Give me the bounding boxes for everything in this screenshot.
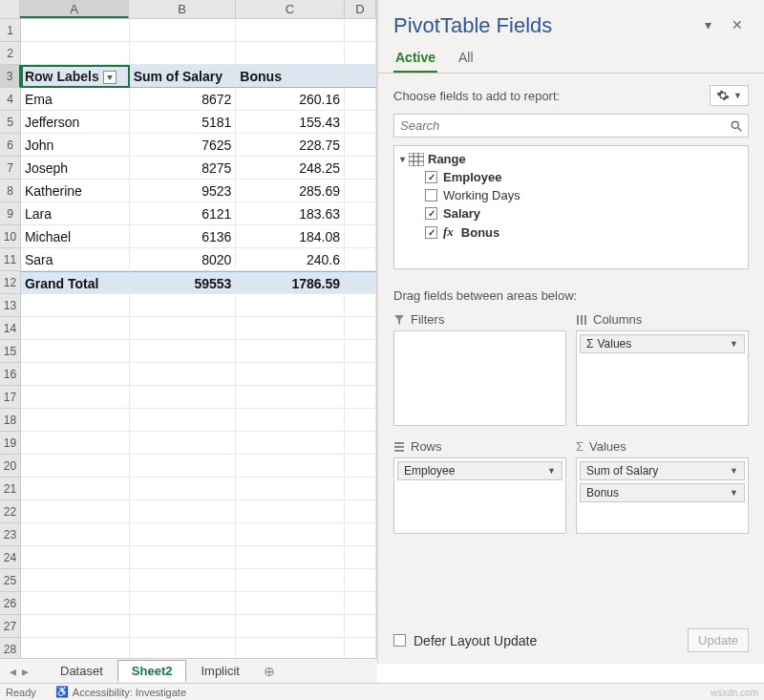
row-header[interactable]: 8 xyxy=(0,180,21,202)
row-header[interactable]: 9 xyxy=(0,202,21,225)
area-values[interactable]: Sum of Salary▼ Bonus▼ xyxy=(576,457,749,534)
accessibility-icon[interactable]: ♿ xyxy=(55,686,69,698)
col-header-A[interactable]: A xyxy=(20,0,129,18)
tab-nav[interactable]: ◂ ▸ xyxy=(10,664,29,679)
sheet-tab-dataset[interactable]: Dataset xyxy=(46,660,117,682)
tools-button[interactable]: ▼ xyxy=(710,85,749,106)
close-icon[interactable]: ✕ xyxy=(732,17,749,34)
chevron-down-icon[interactable]: ▼ xyxy=(730,466,738,476)
table-cell[interactable]: Michael xyxy=(21,225,130,248)
row-header[interactable]: 21 xyxy=(0,477,21,500)
search-input[interactable] xyxy=(394,115,725,137)
row-header[interactable]: 10 xyxy=(0,225,21,248)
table-cell[interactable]: 184.08 xyxy=(236,225,345,248)
row-header[interactable]: 5 xyxy=(0,111,21,134)
row-header[interactable]: 15 xyxy=(0,340,21,363)
tab-active[interactable]: Active xyxy=(393,46,437,73)
area-columns[interactable]: ΣValues▼ xyxy=(576,330,749,426)
panel-menu-icon[interactable]: ▾ xyxy=(705,17,722,34)
table-cell[interactable]: Lara xyxy=(21,202,130,225)
area-rows[interactable]: Employee▼ xyxy=(393,457,566,534)
row-header[interactable]: 27 xyxy=(0,615,21,638)
table-cell[interactable]: 6121 xyxy=(130,202,237,225)
col-header-C[interactable]: C xyxy=(236,0,345,18)
row-header[interactable]: 25 xyxy=(0,569,21,592)
row-header[interactable]: 7 xyxy=(0,157,21,180)
checkbox-icon[interactable] xyxy=(425,189,437,202)
table-cell[interactable]: 9523 xyxy=(130,180,237,202)
pivot-rowlabels-header[interactable]: Row Labels xyxy=(21,65,130,88)
row-header[interactable]: 17 xyxy=(0,386,21,409)
table-cell[interactable]: Joseph xyxy=(21,157,130,180)
field-workingdays[interactable]: Working Days xyxy=(396,186,746,204)
table-cell[interactable]: 8672 xyxy=(130,88,237,111)
row-header[interactable]: 16 xyxy=(0,363,21,386)
table-cell[interactable]: Sara xyxy=(21,248,130,271)
row-header[interactable]: 4 xyxy=(0,88,21,111)
collapse-icon[interactable]: ▾ xyxy=(400,154,405,164)
row-header[interactable]: 14 xyxy=(0,317,21,340)
row-header[interactable]: 26 xyxy=(0,592,21,615)
grand-total-salary[interactable]: 59553 xyxy=(130,271,237,294)
table-cell[interactable]: 183.63 xyxy=(236,202,345,225)
row-header[interactable]: 22 xyxy=(0,500,21,523)
row-header[interactable]: 23 xyxy=(0,523,21,546)
row-header[interactable]: 18 xyxy=(0,409,21,432)
checkbox-icon[interactable] xyxy=(425,226,437,239)
table-cell[interactable]: Ema xyxy=(21,88,130,111)
grand-total-label[interactable]: Grand Total xyxy=(21,271,130,294)
table-cell[interactable]: 228.75 xyxy=(236,134,345,157)
row-header[interactable]: 3 xyxy=(0,65,21,88)
table-cell[interactable]: 240.6 xyxy=(236,248,345,271)
pill-sum-salary[interactable]: Sum of Salary▼ xyxy=(580,461,745,480)
col-header-B[interactable]: B xyxy=(129,0,236,18)
row-header[interactable]: 19 xyxy=(0,432,21,455)
table-cell[interactable]: 260.16 xyxy=(236,88,345,111)
chevron-down-icon[interactable]: ▼ xyxy=(730,339,738,349)
pivot-bonus-header[interactable]: Bonus xyxy=(236,65,345,88)
tab-next-icon[interactable]: ▸ xyxy=(22,664,29,679)
field-employee[interactable]: Employee xyxy=(396,168,746,186)
sheet-tab-sheet2[interactable]: Sheet2 xyxy=(117,660,187,682)
search-box[interactable] xyxy=(393,114,749,138)
grid[interactable]: 1 2 3 Row Labels Sum of Salary Bonus 4Em… xyxy=(0,19,376,661)
field-bonus[interactable]: fxBonus xyxy=(396,223,746,242)
search-icon[interactable] xyxy=(725,115,748,137)
select-all-corner[interactable] xyxy=(0,0,20,18)
row-header[interactable]: 2 xyxy=(0,42,21,65)
table-cell[interactable]: 248.25 xyxy=(236,157,345,180)
pill-bonus[interactable]: Bonus▼ xyxy=(580,483,745,502)
area-filters[interactable] xyxy=(393,330,566,426)
defer-checkbox[interactable] xyxy=(393,634,406,647)
table-cell[interactable]: 8275 xyxy=(130,157,237,180)
table-cell[interactable]: Jefferson xyxy=(21,111,130,134)
table-cell[interactable]: 285.69 xyxy=(236,180,345,202)
table-cell[interactable]: 8020 xyxy=(130,248,237,271)
row-header[interactable]: 24 xyxy=(0,546,21,569)
table-cell[interactable]: 6136 xyxy=(130,225,237,248)
new-sheet-button[interactable]: ⊕ xyxy=(254,664,285,679)
field-list[interactable]: ▾ Range Employee Working Days Salary fxB… xyxy=(393,145,749,269)
col-header-D[interactable]: D xyxy=(345,0,376,18)
table-cell[interactable]: Katherine xyxy=(21,180,130,202)
row-header[interactable]: 20 xyxy=(0,455,21,477)
checkbox-icon[interactable] xyxy=(425,207,437,220)
update-button[interactable]: Update xyxy=(688,628,749,652)
filter-dropdown-icon[interactable] xyxy=(103,71,117,84)
grand-total-bonus[interactable]: 1786.59 xyxy=(236,271,345,294)
chevron-down-icon[interactable]: ▼ xyxy=(730,488,738,498)
field-salary[interactable]: Salary xyxy=(396,204,746,223)
checkbox-icon[interactable] xyxy=(425,171,437,183)
field-group-range[interactable]: ▾ Range xyxy=(396,150,746,168)
sheet-tab-implicit[interactable]: Implicit xyxy=(186,660,253,682)
table-cell[interactable]: 7625 xyxy=(130,134,237,157)
pivot-salary-header[interactable]: Sum of Salary xyxy=(130,65,237,88)
chevron-down-icon[interactable]: ▼ xyxy=(547,466,556,476)
tab-all[interactable]: All xyxy=(456,46,476,73)
row-header[interactable]: 6 xyxy=(0,134,21,157)
table-cell[interactable]: 155.43 xyxy=(236,111,345,134)
tab-prev-icon[interactable]: ◂ xyxy=(10,664,16,679)
table-cell[interactable]: 5181 xyxy=(130,111,237,134)
pill-employee[interactable]: Employee▼ xyxy=(397,461,562,480)
row-header[interactable]: 11 xyxy=(0,248,21,271)
